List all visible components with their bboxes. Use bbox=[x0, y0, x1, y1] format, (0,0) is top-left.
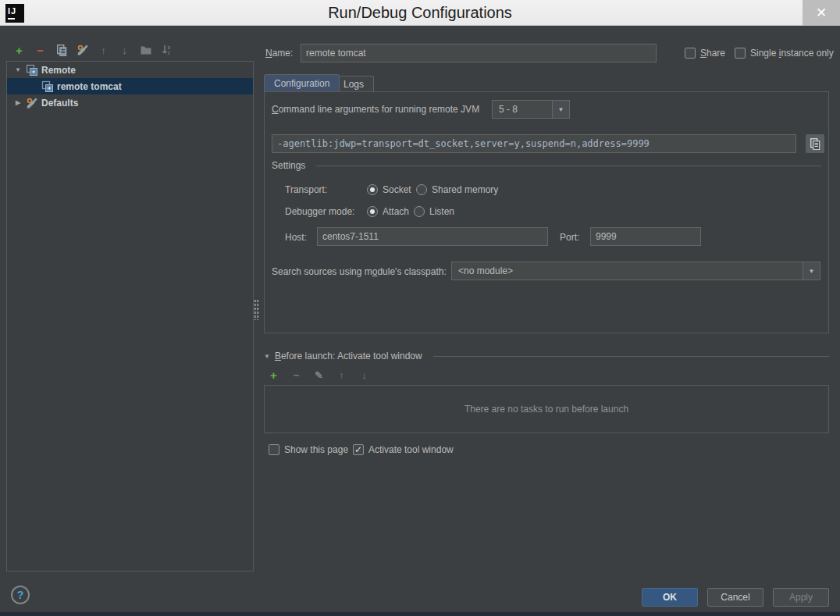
ok-button[interactable]: OK bbox=[642, 588, 698, 607]
apply-button[interactable]: Apply bbox=[773, 588, 829, 607]
close-button[interactable]: ✕ bbox=[803, 0, 840, 26]
transport-socket-option[interactable]: Socket bbox=[367, 184, 411, 195]
share-checkbox[interactable] bbox=[685, 48, 696, 59]
single-instance-checkbox-row[interactable]: Single instance only bbox=[735, 48, 834, 59]
shared-memory-label: Shared memory bbox=[432, 184, 498, 195]
add-task-button[interactable]: + bbox=[267, 369, 280, 382]
mode-attach-option[interactable]: Attach bbox=[367, 206, 409, 217]
collapse-icon[interactable]: ▶ bbox=[13, 99, 23, 106]
splitter-handle[interactable] bbox=[254, 299, 259, 320]
help-button[interactable]: ? bbox=[11, 586, 30, 604]
show-this-page-checkbox[interactable] bbox=[269, 444, 279, 455]
host-input[interactable] bbox=[317, 227, 548, 246]
listen-radio[interactable] bbox=[414, 206, 425, 217]
before-launch-label: Before launch: Activate tool window bbox=[275, 351, 422, 361]
arrow-down-icon: ↓ bbox=[361, 369, 367, 382]
expand-icon[interactable]: ▼ bbox=[13, 66, 23, 73]
arrow-down-icon: ↓ bbox=[122, 44, 127, 57]
wrench-gear-icon bbox=[77, 44, 89, 56]
move-down-button[interactable]: ↓ bbox=[118, 44, 131, 57]
module-classpath-select[interactable]: <no module> ▼ bbox=[451, 262, 820, 280]
tree-item-label: Remote bbox=[41, 65, 76, 76]
name-label: Name: bbox=[265, 48, 293, 59]
move-task-up-button[interactable]: ↑ bbox=[335, 369, 348, 382]
socket-radio[interactable] bbox=[367, 184, 378, 195]
title-bar: IJ Run/Debug Configurations ✕ bbox=[0, 0, 840, 26]
sort-configurations-button[interactable]: az bbox=[160, 44, 173, 57]
name-input[interactable] bbox=[301, 44, 657, 62]
tab-logs-label: Logs bbox=[343, 79, 364, 90]
debugger-mode-label: Debugger mode: bbox=[285, 206, 354, 217]
activate-tool-window-row[interactable]: ✓ Activate tool window bbox=[353, 444, 454, 455]
activate-tool-window-label: Activate tool window bbox=[368, 444, 454, 455]
minus-icon: − bbox=[37, 44, 44, 57]
socket-label: Socket bbox=[383, 184, 411, 195]
transport-shared-option[interactable]: Shared memory bbox=[416, 184, 498, 195]
tree-item-remote-tomcat[interactable]: remote tomcat bbox=[7, 78, 253, 94]
run-debug-configurations-dialog: IJ Run/Debug Configurations ✕ + − ↑ ↓ az… bbox=[0, 0, 840, 616]
jvm-version-select[interactable]: 5 - 8 ▼ bbox=[492, 100, 570, 119]
edit-defaults-button[interactable] bbox=[76, 44, 89, 57]
port-label-row: Port: bbox=[560, 232, 579, 243]
empty-tasks-text: There are no tasks to run before launch bbox=[464, 404, 628, 415]
before-launch-toolbar: + − ✎ ↑ ↓ bbox=[267, 369, 371, 382]
mode-listen-option[interactable]: Listen bbox=[414, 206, 454, 217]
configurations-toolbar: + − ↑ ↓ az bbox=[12, 41, 173, 59]
separator-line bbox=[433, 356, 829, 357]
activate-tool-window-checkbox[interactable]: ✓ bbox=[353, 444, 364, 455]
settings-title: Settings bbox=[272, 160, 305, 171]
tab-configuration-label: Configuration bbox=[274, 78, 329, 89]
jvm-version-value: 5 - 8 bbox=[493, 104, 552, 115]
remote-config-icon bbox=[41, 80, 54, 93]
svg-text:a: a bbox=[167, 45, 170, 50]
before-launch-header[interactable]: ▼ Before launch: Activate tool window bbox=[264, 351, 829, 361]
tree-item-defaults[interactable]: ▶ Defaults bbox=[7, 94, 253, 111]
check-icon: ✓ bbox=[354, 445, 362, 454]
remove-task-button[interactable]: − bbox=[290, 369, 303, 382]
module-classpath-value: <no module> bbox=[452, 265, 803, 276]
cmdline-row: Command line arguments for running remot… bbox=[272, 100, 479, 119]
share-checkbox-row[interactable]: Share bbox=[685, 48, 725, 59]
expand-icon[interactable]: ▼ bbox=[264, 353, 270, 360]
tree-item-label: Defaults bbox=[41, 98, 78, 109]
tree-item-remote[interactable]: ▼ Remote bbox=[7, 62, 253, 78]
move-task-down-button[interactable]: ↓ bbox=[358, 369, 371, 382]
tab-configuration[interactable]: Configuration bbox=[264, 74, 340, 91]
pencil-icon: ✎ bbox=[315, 369, 323, 382]
window-bottom-edge bbox=[0, 612, 840, 616]
create-folder-button[interactable] bbox=[139, 44, 152, 57]
svg-text:z: z bbox=[167, 50, 169, 55]
move-up-button[interactable]: ↑ bbox=[97, 44, 110, 57]
edit-task-button[interactable]: ✎ bbox=[312, 369, 326, 382]
copy-arguments-button[interactable] bbox=[806, 134, 824, 153]
arrow-up-icon: ↑ bbox=[101, 44, 106, 57]
agentlib-arguments-field[interactable] bbox=[272, 134, 796, 153]
copy-configuration-button[interactable] bbox=[55, 44, 68, 57]
close-icon: ✕ bbox=[816, 5, 827, 21]
host-label-row: Host: bbox=[285, 232, 307, 243]
remove-configuration-button[interactable]: − bbox=[34, 44, 47, 57]
port-input[interactable] bbox=[590, 227, 701, 246]
cancel-button[interactable]: Cancel bbox=[707, 588, 763, 607]
help-icon: ? bbox=[17, 589, 24, 601]
chevron-down-icon[interactable]: ▼ bbox=[552, 101, 569, 118]
shared-memory-radio[interactable] bbox=[416, 184, 427, 195]
search-sources-row: Search sources using module's classpath: bbox=[272, 266, 447, 277]
add-configuration-button[interactable]: + bbox=[12, 44, 26, 57]
minus-icon: − bbox=[294, 369, 300, 382]
tree-item-label: remote tomcat bbox=[57, 81, 122, 92]
search-sources-label: Search sources using module's classpath: bbox=[272, 266, 447, 277]
remote-config-icon bbox=[26, 64, 38, 77]
transport-label: Transport: bbox=[285, 184, 327, 195]
chevron-down-icon[interactable]: ▼ bbox=[803, 262, 820, 280]
sort-az-icon: az bbox=[161, 44, 173, 56]
plus-icon: + bbox=[270, 369, 277, 382]
show-this-page-row[interactable]: Show this page bbox=[269, 444, 348, 455]
folder-icon bbox=[140, 44, 152, 56]
single-instance-checkbox[interactable] bbox=[735, 48, 746, 59]
single-instance-label: Single instance only bbox=[750, 48, 834, 59]
attach-radio[interactable] bbox=[367, 206, 378, 217]
plus-icon: + bbox=[16, 44, 23, 57]
defaults-wrench-icon bbox=[26, 97, 38, 109]
before-launch-task-list: There are no tasks to run before launch bbox=[264, 385, 829, 433]
